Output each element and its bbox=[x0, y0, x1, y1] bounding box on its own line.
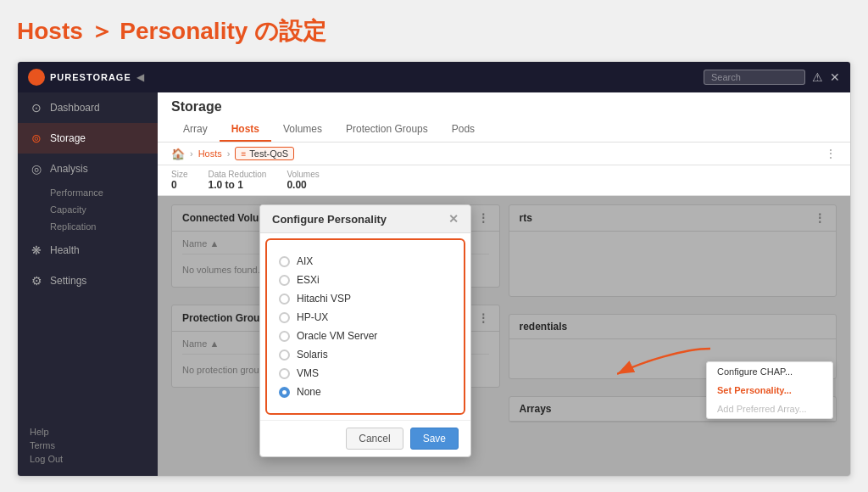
breadcrumb: 🏠 › Hosts › ≡ Test-QoS ⋮ bbox=[158, 143, 850, 165]
top-bar: PURESTORAGE ◀ Search ⚠ ✕ bbox=[18, 62, 850, 92]
sidebar-item-storage[interactable]: ⊚ Storage bbox=[18, 123, 158, 154]
help-link[interactable]: Help bbox=[30, 427, 146, 437]
alert-icon[interactable]: ⚠ bbox=[812, 70, 823, 84]
content-header: Storage Array Hosts Volumes Protection G… bbox=[158, 92, 850, 143]
logo-area: PURESTORAGE ◀ bbox=[28, 69, 144, 86]
breadcrumb-menu-icon[interactable]: ⋮ bbox=[825, 147, 837, 160]
sidebar-sub-performance[interactable]: Performance bbox=[18, 184, 158, 201]
option-vms-label: VMS bbox=[297, 367, 319, 379]
logo-text: PURESTORAGE bbox=[50, 72, 131, 82]
sidebar-item-dashboard[interactable]: ⊙ Dashboard bbox=[18, 92, 158, 123]
content-body: Connected Volumes ⋮ Name ▲ No volumes fo… bbox=[158, 196, 850, 476]
tab-pods[interactable]: Pods bbox=[440, 118, 487, 142]
modal-title: Configure Personality bbox=[272, 213, 387, 226]
option-esxi[interactable]: ESXi bbox=[279, 271, 452, 289]
modal-body: AIX ESXi Hitachi VSP bbox=[265, 238, 465, 415]
context-menu: Configure CHAP... Set Personality... Add… bbox=[706, 361, 833, 419]
sidebar-label-health: Health bbox=[50, 244, 80, 256]
breadcrumb-sep-2: › bbox=[227, 148, 231, 159]
content-area: Storage Array Hosts Volumes Protection G… bbox=[158, 92, 850, 476]
stat-size: Size 0 bbox=[171, 170, 187, 191]
tab-array[interactable]: Array bbox=[171, 118, 220, 142]
logo-icon bbox=[28, 69, 45, 86]
option-oracle-label: Oracle VM Server bbox=[297, 330, 377, 342]
radio-hitachi[interactable] bbox=[279, 294, 290, 305]
dashboard-icon: ⊙ bbox=[30, 101, 43, 115]
sidebar: ⊙ Dashboard ⊚ Storage ◎ Analysis Perform… bbox=[18, 92, 158, 476]
tabs: Array Hosts Volumes Protection Groups Po… bbox=[171, 118, 837, 142]
search-placeholder: Search bbox=[711, 72, 741, 82]
option-aix[interactable]: AIX bbox=[279, 252, 452, 271]
option-esxi-label: ESXi bbox=[297, 274, 320, 286]
context-configure-chap[interactable]: Configure CHAP... bbox=[707, 362, 832, 381]
option-hitachi-label: Hitachi VSP bbox=[297, 293, 351, 305]
radio-oracle[interactable] bbox=[279, 331, 290, 342]
stat-size-value: 0 bbox=[171, 179, 187, 191]
outer-container: Hosts ＞ Personality の設定 PURESTORAGE ◀ Se… bbox=[0, 0, 868, 492]
settings-icon: ⚙ bbox=[30, 274, 43, 288]
tab-hosts[interactable]: Hosts bbox=[220, 118, 271, 142]
radio-vms[interactable] bbox=[279, 368, 290, 379]
option-none[interactable]: None bbox=[279, 383, 452, 401]
stat-volumes: Volumes 0.00 bbox=[287, 170, 319, 191]
stat-vol-label: Volumes bbox=[287, 170, 319, 179]
tab-volumes[interactable]: Volumes bbox=[271, 118, 334, 142]
sidebar-label-settings: Settings bbox=[50, 275, 86, 287]
radio-solaris[interactable] bbox=[279, 349, 290, 361]
page-title: Hosts ＞ Personality の設定 bbox=[17, 15, 851, 48]
modal-close-button[interactable]: ✕ bbox=[448, 212, 459, 226]
breadcrumb-sep-1: › bbox=[190, 148, 193, 159]
option-vms[interactable]: VMS bbox=[279, 364, 452, 383]
option-hpux[interactable]: HP-UX bbox=[279, 308, 452, 327]
stat-size-label: Size bbox=[171, 170, 187, 179]
modal-footer: Cancel Save bbox=[260, 420, 470, 456]
health-icon: ❋ bbox=[30, 243, 43, 257]
storage-icon: ⊚ bbox=[30, 131, 43, 145]
sidebar-label-analysis: Analysis bbox=[50, 163, 88, 175]
sidebar-bottom: Help Terms Log Out bbox=[18, 418, 158, 476]
option-aix-label: AIX bbox=[297, 255, 313, 267]
modal-overlay: Configure Personality ✕ AIX E bbox=[158, 196, 850, 476]
radio-aix[interactable] bbox=[279, 256, 290, 267]
stat-dr-value: 1.0 to 1 bbox=[208, 179, 266, 191]
storage-title: Storage bbox=[171, 92, 837, 118]
radio-hpux[interactable] bbox=[279, 312, 290, 323]
save-button[interactable]: Save bbox=[410, 428, 459, 450]
radio-esxi[interactable] bbox=[279, 275, 290, 286]
modal-header: Configure Personality ✕ bbox=[260, 205, 470, 233]
option-none-label: None bbox=[297, 386, 321, 398]
breadcrumb-current-label: Test-QoS bbox=[249, 148, 288, 159]
option-hitachi[interactable]: Hitachi VSP bbox=[279, 289, 452, 308]
logout-link[interactable]: Log Out bbox=[30, 454, 146, 464]
context-set-personality[interactable]: Set Personality... bbox=[707, 381, 832, 400]
configure-personality-modal: Configure Personality ✕ AIX E bbox=[259, 204, 471, 457]
stat-dr-label: Data Reduction bbox=[208, 170, 266, 179]
option-solaris-label: Solaris bbox=[297, 349, 328, 361]
top-bar-right: Search ⚠ ✕ bbox=[704, 70, 840, 85]
sidebar-sub-capacity[interactable]: Capacity bbox=[18, 201, 158, 218]
screenshot-box: PURESTORAGE ◀ Search ⚠ ✕ ⊙ Dashboard ⊚ bbox=[17, 61, 851, 477]
tab-protection-groups[interactable]: Protection Groups bbox=[334, 118, 440, 142]
cancel-button[interactable]: Cancel bbox=[346, 428, 403, 450]
sidebar-sub-replication[interactable]: Replication bbox=[18, 218, 158, 235]
main-layout: ⊙ Dashboard ⊚ Storage ◎ Analysis Perform… bbox=[18, 92, 850, 476]
stat-vol-value: 0.00 bbox=[287, 179, 319, 191]
sidebar-item-settings[interactable]: ⚙ Settings bbox=[18, 266, 158, 296]
analysis-icon: ◎ bbox=[30, 162, 43, 176]
breadcrumb-hosts-link[interactable]: Hosts bbox=[198, 148, 222, 159]
option-oracle[interactable]: Oracle VM Server bbox=[279, 327, 452, 345]
breadcrumb-current-icon: ≡ bbox=[241, 149, 246, 159]
sidebar-item-health[interactable]: ❋ Health bbox=[18, 235, 158, 266]
terms-link[interactable]: Terms bbox=[30, 440, 146, 450]
option-solaris[interactable]: Solaris bbox=[279, 345, 452, 364]
sidebar-label-storage: Storage bbox=[50, 132, 86, 144]
close-icon[interactable]: ✕ bbox=[830, 70, 840, 84]
radio-none[interactable] bbox=[279, 387, 290, 398]
sidebar-item-analysis[interactable]: ◎ Analysis bbox=[18, 154, 158, 184]
nav-collapse-icon[interactable]: ◀ bbox=[136, 71, 144, 83]
context-add-preferred-array[interactable]: Add Preferred Array... bbox=[707, 400, 832, 418]
stat-data-reduction: Data Reduction 1.0 to 1 bbox=[208, 170, 266, 191]
sidebar-label-dashboard: Dashboard bbox=[50, 102, 100, 114]
search-input[interactable]: Search bbox=[704, 70, 805, 85]
breadcrumb-home-icon[interactable]: 🏠 bbox=[171, 148, 185, 160]
